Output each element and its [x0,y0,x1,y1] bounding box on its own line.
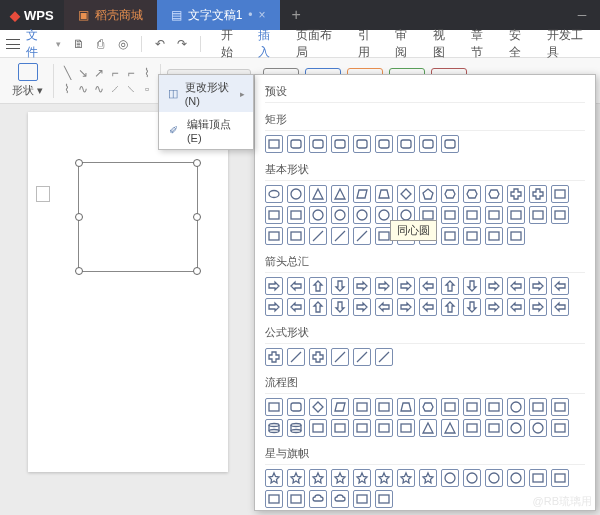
shape-option[interactable] [463,206,481,224]
shape-option[interactable] [331,227,349,245]
shape-option[interactable] [353,419,371,437]
shape-option[interactable] [441,469,459,487]
shape-option[interactable] [463,298,481,316]
shape-option[interactable] [463,419,481,437]
shape-option[interactable] [529,206,547,224]
shape-option[interactable] [485,227,503,245]
shape-option[interactable] [287,469,305,487]
shape-option[interactable] [309,185,327,203]
tab-start[interactable]: 开始 [221,27,245,61]
shape-option[interactable] [397,469,415,487]
resize-handle[interactable] [75,267,83,275]
shape-option[interactable] [375,490,393,508]
tab-section[interactable]: 章节 [471,27,495,61]
shape-option[interactable] [441,277,459,295]
shape-option[interactable] [529,419,547,437]
shape-option[interactable] [441,185,459,203]
close-tab-icon[interactable]: × [259,8,266,22]
file-menu[interactable]: 文件 [26,27,50,61]
shape-option[interactable] [529,277,547,295]
shape-option[interactable] [397,135,415,153]
shape-option[interactable] [441,398,459,416]
resize-handle[interactable] [75,159,83,167]
shape-option[interactable] [309,469,327,487]
shape-option[interactable] [529,298,547,316]
shape-option[interactable] [353,206,371,224]
shape-option[interactable] [287,398,305,416]
hamburger-icon[interactable] [6,39,20,49]
resize-handle[interactable] [193,159,201,167]
shape-option[interactable] [551,185,569,203]
resize-handle[interactable] [193,267,201,275]
shape-option[interactable] [419,298,437,316]
shape-option[interactable] [309,490,327,508]
tab-review[interactable]: 审阅 [395,27,419,61]
shape-option[interactable] [265,490,283,508]
shape-option[interactable] [529,185,547,203]
shape-option[interactable] [551,206,569,224]
shape-option[interactable] [507,419,525,437]
shape-option[interactable] [485,206,503,224]
shape-option[interactable] [287,348,305,366]
shape-option[interactable] [551,277,569,295]
shape-option[interactable] [331,298,349,316]
shape-option[interactable] [507,398,525,416]
shape-option[interactable] [353,227,371,245]
shape-option[interactable] [507,206,525,224]
shape-option[interactable] [375,298,393,316]
shape-option[interactable] [441,298,459,316]
shape-option[interactable] [309,298,327,316]
shape-option[interactable] [441,419,459,437]
shape-option[interactable] [375,348,393,366]
print-icon[interactable]: ⎙ [93,36,109,52]
shape-option[interactable] [419,419,437,437]
shape-option[interactable] [375,185,393,203]
shape-option[interactable] [529,398,547,416]
shape-option[interactable] [287,298,305,316]
shape-option[interactable] [353,490,371,508]
shape-option[interactable] [353,398,371,416]
shape-option[interactable] [265,185,283,203]
selected-shape[interactable] [78,162,198,272]
shape-option[interactable] [265,348,283,366]
shape-option[interactable] [265,277,283,295]
shape-option[interactable] [529,469,547,487]
shape-option[interactable] [331,348,349,366]
tab-store[interactable]: ▣稻壳商城 [64,0,157,30]
shape-option[interactable] [463,277,481,295]
edit-vertex-item[interactable]: ✐ 编辑顶点(E) [159,112,253,149]
shape-option[interactable] [507,277,525,295]
tab-layout[interactable]: 页面布局 [296,27,344,61]
shape-option[interactable] [375,277,393,295]
shape-option[interactable] [485,469,503,487]
shape-option[interactable] [463,227,481,245]
shape-option[interactable] [309,206,327,224]
shape-option[interactable] [287,135,305,153]
shape-option[interactable] [309,227,327,245]
shape-option[interactable] [485,298,503,316]
preview-icon[interactable]: ◎ [115,36,131,52]
shape-option[interactable] [331,469,349,487]
shape-option[interactable] [331,398,349,416]
shape-option[interactable] [507,185,525,203]
shape-option[interactable] [485,419,503,437]
shape-option[interactable] [265,419,283,437]
shape-option[interactable] [551,469,569,487]
shape-option[interactable] [353,277,371,295]
shape-option[interactable] [287,185,305,203]
shape-option[interactable] [375,469,393,487]
shape-option[interactable] [265,135,283,153]
shape-option[interactable] [485,277,503,295]
shape-option[interactable] [419,469,437,487]
shape-option[interactable] [287,227,305,245]
shape-option[interactable] [353,348,371,366]
shape-option[interactable] [419,135,437,153]
add-tab-button[interactable]: + [280,6,313,24]
resize-handle[interactable] [193,213,201,221]
tab-reference[interactable]: 引用 [358,27,382,61]
shape-option[interactable] [309,398,327,416]
shape-option[interactable] [419,185,437,203]
tab-view[interactable]: 视图 [433,27,457,61]
shape-option[interactable] [551,298,569,316]
shape-option[interactable] [463,469,481,487]
